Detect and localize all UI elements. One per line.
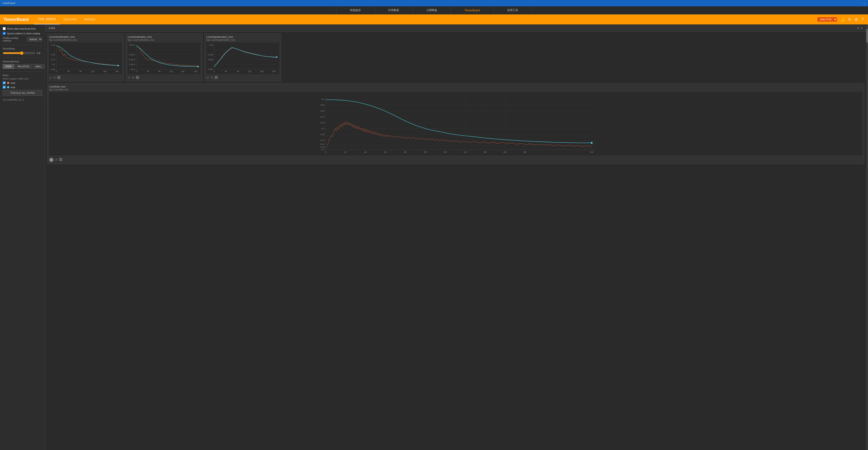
loss-count: 4	[857, 27, 859, 30]
svg-text:4.5e-3: 4.5e-3	[129, 44, 135, 46]
nav-item-tools[interactable]: 实用工具	[494, 6, 532, 14]
smoothing-label: Smoothing	[3, 47, 42, 50]
svg-text:0: 0	[325, 151, 326, 153]
ignore-outliers-label: Ignore outliers in chart scaling	[7, 32, 40, 35]
svg-text:20k: 20k	[115, 70, 119, 72]
loss-title: Loss	[49, 26, 55, 30]
window-scrollbar[interactable]	[866, 24, 868, 450]
chart3-data-button[interactable]: ≡	[211, 76, 213, 79]
smoothing-row: 0.6	[3, 51, 42, 55]
refresh-button[interactable]: ↻	[847, 17, 852, 23]
svg-text:0: 0	[214, 70, 215, 72]
axis-step-button[interactable]: STEP	[3, 64, 14, 69]
svg-text:0.037: 0.037	[208, 68, 213, 70]
nav-item-disk[interactable]: 公网网盘	[413, 6, 451, 14]
tooltip-row: Tooltip sorting method: default	[3, 37, 42, 42]
svg-text:16k: 16k	[483, 151, 487, 153]
runs-filter-label: Write a regex to filter runs	[3, 77, 42, 80]
settings-button[interactable]: ⚙	[854, 17, 859, 23]
nav-item-shared[interactable]: 共享数据	[375, 6, 413, 14]
nav-item-perf[interactable]: 性能监控	[336, 6, 375, 14]
total-loss-controls: ⬤ ≡ 🖼	[49, 157, 862, 162]
svg-text:14k: 14k	[463, 151, 467, 153]
svg-text:0.12: 0.12	[320, 146, 324, 148]
chart3-image-button[interactable]: 🖼	[215, 76, 218, 79]
show-download-checkbox[interactable]	[3, 27, 6, 30]
toggle-all-button[interactable]: TOGGLE ALL RUNS	[3, 90, 42, 96]
svg-text:4k: 4k	[225, 70, 227, 72]
chart3-svg: 0.04 0.039 0.038 0.037 0 4k 8k 12k 16k 2…	[206, 42, 279, 74]
axis-wall-button[interactable]: WALL	[33, 64, 44, 69]
tooltip-select[interactable]: default	[27, 37, 42, 41]
ignore-outliers-checkbox[interactable]	[3, 32, 6, 35]
svg-text:12k: 12k	[91, 70, 94, 72]
chart2-data-button[interactable]: ≡	[132, 76, 134, 79]
theme-toggle-button[interactable]: 🌙	[839, 17, 845, 23]
chart1-title: Loss/classification_loss	[49, 35, 122, 38]
scrollbar-thumb[interactable]	[866, 29, 868, 42]
svg-text:12k: 12k	[443, 151, 447, 153]
svg-text:4k: 4k	[147, 70, 149, 72]
svg-text:0.18: 0.18	[320, 133, 324, 136]
svg-text:5e-4: 5e-4	[131, 68, 135, 70]
total-loss-circle-button[interactable]: ⬤	[49, 157, 54, 162]
tab-images[interactable]: IMAGES	[81, 14, 99, 24]
main-layout: Show data download links Ignore outliers…	[0, 24, 868, 450]
svg-text:0.1: 0.1	[321, 149, 324, 151]
svg-text:4k: 4k	[364, 151, 367, 153]
svg-text:22k: 22k	[590, 151, 593, 153]
svg-rect-53	[315, 92, 596, 156]
svg-point-101	[591, 142, 592, 144]
chart2-svg: 4.5e-3 3.5e-3 2.5e-3 1.5e-3 5e-4 0 4k 8k…	[128, 42, 200, 74]
svg-text:0.1: 0.1	[52, 63, 55, 66]
chart-regularization-loss: Loss/regularization_loss tag: Loss/regul…	[204, 33, 281, 82]
charts-grid: Loss/classification_loss tag: Loss/class…	[45, 32, 866, 83]
svg-point-35	[197, 66, 199, 67]
svg-text:0: 0	[135, 70, 137, 72]
axis-relative-button[interactable]: RELATIVE	[15, 64, 32, 69]
svg-text:16k: 16k	[103, 70, 107, 72]
help-button[interactable]: ?	[861, 17, 864, 22]
nav-item-tensorboard[interactable]: TensorBoard	[451, 6, 494, 14]
total-loss-data-button[interactable]: ≡	[55, 157, 57, 162]
chart-total-loss: Loss/total_loss tag: Loss/total_loss	[47, 83, 864, 164]
svg-text:8k: 8k	[158, 70, 161, 72]
chart3-controls: ⤢ ≡ 🖼	[206, 76, 279, 79]
svg-text:0.3: 0.3	[321, 98, 324, 100]
svg-text:20k: 20k	[523, 151, 526, 153]
svg-text:16k: 16k	[260, 70, 264, 72]
chart1-expand-button[interactable]: ⤢	[49, 76, 52, 79]
run-train-checkbox[interactable]	[3, 82, 6, 84]
status-select[interactable]: INACTIVE ACTIVE	[817, 17, 837, 22]
total-loss-image-button[interactable]: 🖼	[59, 157, 62, 162]
chart1-data-button[interactable]: ≡	[54, 76, 55, 79]
axis-buttons: STEP RELATIVE WALL	[3, 64, 42, 69]
chart2-subtitle: tag: Loss/localization_loss	[128, 39, 200, 41]
run-eval-dot	[7, 86, 9, 88]
chart3-expand-button[interactable]: ⤢	[206, 76, 209, 79]
chart2-image-button[interactable]: 🖼	[136, 76, 139, 79]
tab-time-series[interactable]: TIME SERIES	[34, 14, 60, 24]
chart2-expand-button[interactable]: ⤢	[128, 76, 130, 79]
svg-text:10k: 10k	[424, 151, 427, 153]
chart1-image-button[interactable]: 🖼	[57, 76, 60, 79]
svg-point-17	[118, 65, 119, 66]
tab-scalars[interactable]: SCALARS	[60, 14, 81, 24]
svg-text:18k: 18k	[503, 151, 506, 153]
svg-text:0.04: 0.04	[209, 44, 213, 46]
tb-right: INACTIVE ACTIVE 🌙 ↻ ⚙ ?	[817, 17, 864, 23]
chart2-title: Loss/localization_loss	[128, 35, 200, 38]
svg-text:0.14: 0.14	[51, 58, 55, 61]
tb-logo: TensorBoard	[4, 17, 29, 22]
show-download-row: Show data download links	[3, 27, 42, 30]
collapse-icon[interactable]: ∧	[861, 27, 863, 30]
chart3-title: Loss/regularization_loss	[206, 35, 279, 38]
chart3-subtitle: tag: Loss/regularization_loss	[206, 39, 279, 41]
run-train-row: train	[3, 82, 42, 84]
svg-text:0.18: 0.18	[51, 53, 55, 56]
total-loss-title: Loss/total_loss	[49, 85, 862, 88]
svg-text:3.5e-3: 3.5e-3	[129, 53, 135, 56]
run-eval-checkbox[interactable]	[3, 86, 6, 89]
smoothing-slider[interactable]	[3, 51, 35, 55]
svg-text:8k: 8k	[79, 70, 82, 72]
